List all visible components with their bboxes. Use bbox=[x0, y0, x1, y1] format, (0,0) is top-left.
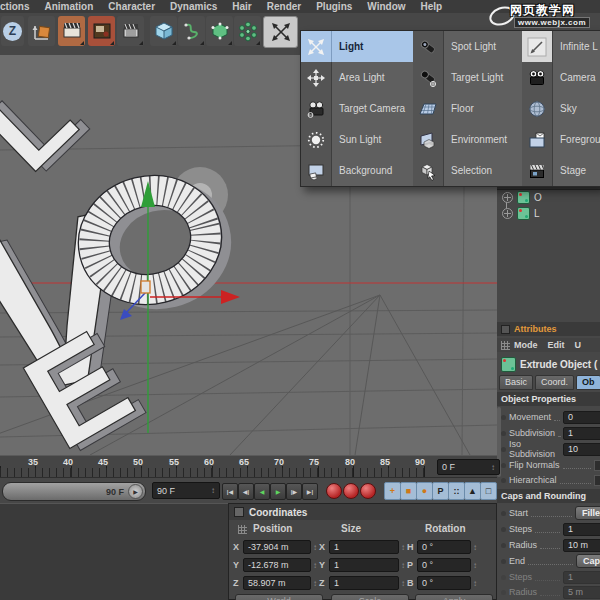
menu-item-camera[interactable]: Camera bbox=[522, 62, 600, 93]
render-queue-icon[interactable] bbox=[117, 16, 144, 46]
record-parameter-toggle[interactable]: P bbox=[432, 482, 449, 500]
coord-system-dropdown[interactable]: World bbox=[235, 594, 323, 600]
current-frame-field[interactable]: 90 F↕ bbox=[152, 482, 220, 499]
stepper-icon[interactable]: ↕ bbox=[473, 543, 477, 552]
menu-functions[interactable]: ctions bbox=[0, 1, 29, 12]
play-forward-button[interactable]: ▶ bbox=[270, 483, 286, 500]
record-scale-toggle[interactable]: ■ bbox=[400, 482, 417, 500]
next-frame-button[interactable]: |▶ bbox=[286, 483, 302, 500]
render-view-icon[interactable] bbox=[58, 16, 85, 46]
menu-plugins[interactable]: Plugins bbox=[316, 1, 352, 12]
attr-menu-edit[interactable]: Edit bbox=[548, 340, 565, 350]
menu-item-background[interactable]: Background bbox=[301, 155, 413, 186]
steps-field[interactable]: 1 bbox=[563, 523, 600, 536]
record-keyframe-button[interactable] bbox=[326, 483, 342, 499]
tab-object[interactable]: Ob bbox=[576, 375, 600, 390]
record-options-button[interactable] bbox=[360, 483, 376, 499]
record-rotation-toggle[interactable]: ● bbox=[416, 482, 433, 500]
flip-normals-checkbox[interactable] bbox=[594, 460, 600, 471]
record-pla-toggle[interactable]: :: bbox=[448, 482, 465, 500]
position-x-field[interactable]: -37.904 m bbox=[243, 540, 311, 554]
subdivision-field[interactable]: 1 bbox=[563, 427, 600, 440]
radius-field[interactable]: 10 m bbox=[563, 539, 600, 552]
menu-render[interactable]: Render bbox=[267, 1, 301, 12]
stepper-icon[interactable]: ↕ bbox=[313, 543, 317, 552]
apply-button[interactable]: Apply bbox=[415, 594, 493, 600]
menu-item-foreground[interactable]: Foregrou bbox=[522, 124, 600, 155]
menu-hair[interactable]: Hair bbox=[232, 1, 251, 12]
attr-menu-mode[interactable]: Mode bbox=[514, 340, 538, 350]
start-cap-dropdown[interactable]: Fille bbox=[575, 506, 600, 520]
object-item-l[interactable]: L bbox=[502, 206, 540, 220]
ik-toggle[interactable]: □ bbox=[480, 482, 497, 500]
spline-tool-icon[interactable] bbox=[178, 16, 205, 46]
object-axis-icon[interactable] bbox=[28, 16, 55, 46]
object-label[interactable]: L bbox=[534, 208, 540, 219]
section-caps-rounding[interactable]: Caps and Rounding bbox=[497, 489, 600, 503]
slider-nub-icon[interactable]: ▶ bbox=[128, 484, 143, 499]
undo-z-icon[interactable]: Z bbox=[1, 16, 24, 46]
material-manager-panel[interactable] bbox=[0, 503, 228, 600]
menu-item-sun-light[interactable]: Sun Light bbox=[301, 124, 413, 155]
hierarchical-checkbox[interactable] bbox=[594, 475, 600, 486]
menu-dynamics[interactable]: Dynamics bbox=[170, 1, 217, 12]
object-label[interactable]: O bbox=[534, 192, 542, 203]
stepper-icon[interactable]: ↕ bbox=[473, 561, 477, 570]
attr-menu-user[interactable]: U bbox=[575, 340, 582, 350]
autokeying-toggle[interactable]: ▲ bbox=[464, 482, 481, 500]
menu-item-stage[interactable]: Stage bbox=[522, 155, 600, 186]
menu-item-floor[interactable]: Floor bbox=[413, 93, 522, 124]
expand-node-icon[interactable] bbox=[502, 192, 513, 203]
record-position-toggle[interactable]: + bbox=[384, 482, 401, 500]
stepper-icon[interactable]: ↕ bbox=[401, 543, 405, 552]
tab-basic[interactable]: Basic bbox=[499, 375, 533, 390]
position-y-field[interactable]: -12.678 m bbox=[243, 558, 311, 572]
stepper-icon[interactable]: ↕ bbox=[211, 486, 215, 495]
menu-item-infinite-light[interactable]: Infinite L bbox=[522, 31, 600, 62]
preview-range-slider[interactable]: 90 F ▶ bbox=[2, 482, 146, 501]
menu-help[interactable]: Help bbox=[421, 1, 443, 12]
go-to-end-button[interactable]: ▶| bbox=[302, 483, 318, 500]
stepper-icon[interactable]: ↕ bbox=[313, 561, 317, 570]
light-palette-icon[interactable] bbox=[263, 16, 298, 48]
go-to-start-button[interactable]: |◀ bbox=[222, 483, 238, 500]
play-backward-button[interactable]: ◀ bbox=[254, 483, 270, 500]
position-z-field[interactable]: 58.907 m bbox=[243, 576, 311, 590]
stepper-icon[interactable]: ↕ bbox=[473, 579, 477, 588]
menu-character[interactable]: Character bbox=[108, 1, 155, 12]
rotation-b-field[interactable]: 0 ° bbox=[417, 576, 471, 590]
menu-item-target-light[interactable]: Target Light bbox=[413, 62, 522, 93]
stepper-icon[interactable]: ↕ bbox=[401, 561, 405, 570]
rotation-p-field[interactable]: 0 ° bbox=[417, 558, 471, 572]
previous-frame-button[interactable]: ◀| bbox=[238, 483, 254, 500]
stepper-icon[interactable]: ↕ bbox=[313, 579, 317, 588]
array-tool-icon[interactable] bbox=[234, 16, 261, 46]
menu-item-light[interactable]: Light bbox=[301, 31, 413, 62]
coordinates-header[interactable]: Coordinates bbox=[229, 504, 496, 520]
coord-mode-dropdown[interactable]: Scale bbox=[331, 594, 409, 600]
iso-subdivision-field[interactable]: 10 bbox=[563, 443, 600, 456]
object-item-o[interactable]: O bbox=[502, 190, 542, 204]
record-autokey-button[interactable] bbox=[343, 483, 359, 499]
stepper-icon[interactable]: ↕ bbox=[401, 579, 405, 588]
menu-animation[interactable]: Animation bbox=[44, 1, 93, 12]
end-cap-dropdown[interactable]: Cap bbox=[576, 554, 600, 568]
add-cube-icon[interactable] bbox=[150, 16, 177, 46]
menu-item-target-camera[interactable]: Target Camera bbox=[301, 93, 413, 124]
menu-window[interactable]: Window bbox=[367, 1, 405, 12]
size-z-field[interactable]: 1 bbox=[329, 576, 399, 590]
movement-field[interactable]: 0 bbox=[563, 411, 600, 424]
menu-item-sky[interactable]: Sky bbox=[522, 93, 600, 124]
render-settings-icon[interactable] bbox=[88, 16, 115, 46]
section-object-properties[interactable]: Object Properties bbox=[497, 392, 600, 406]
stepper-icon[interactable]: ↕ bbox=[491, 463, 495, 472]
size-y-field[interactable]: 1 bbox=[329, 558, 399, 572]
menu-item-environment[interactable]: Environment bbox=[413, 124, 522, 155]
menu-item-area-light[interactable]: Area Light bbox=[301, 62, 413, 93]
size-x-field[interactable]: 1 bbox=[329, 540, 399, 554]
menu-item-selection[interactable]: Selection bbox=[413, 155, 522, 186]
expand-node-icon[interactable] bbox=[502, 208, 513, 219]
rotation-h-field[interactable]: 0 ° bbox=[417, 540, 471, 554]
nurbs-tool-icon[interactable] bbox=[206, 16, 233, 46]
attributes-header[interactable]: Attributes bbox=[497, 322, 600, 336]
